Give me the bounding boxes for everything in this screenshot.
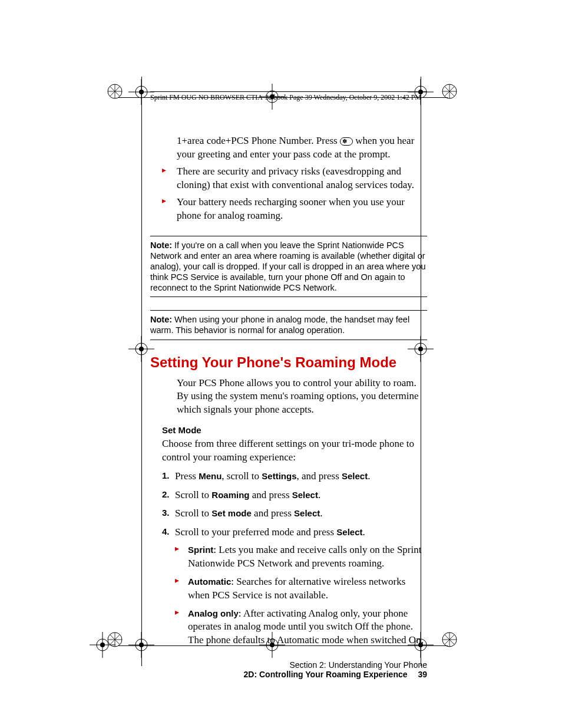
note-label: Note: — [150, 241, 172, 250]
text-fragment: , and press — [297, 470, 342, 482]
text-fragment: and press — [250, 489, 292, 500]
mode-name: Analog only — [188, 608, 239, 618]
note-box: Note: When using your phone in analog mo… — [150, 310, 427, 340]
text-fragment: . — [318, 489, 320, 500]
text-fragment: . — [320, 508, 322, 519]
ui-label: Roaming — [211, 490, 249, 500]
page-number: 39 — [418, 670, 427, 679]
step-item: 3. Scroll to Set mode and press Select. — [162, 506, 427, 521]
sub-intro: Choose from three different settings on … — [162, 437, 427, 465]
section-heading: Setting Your Phone's Roaming Mode — [150, 354, 427, 371]
ui-label: Select — [342, 471, 368, 481]
section-intro: Your PCS Phone allows you to control you… — [177, 377, 427, 417]
text-fragment: , scroll to — [222, 470, 262, 482]
mode-item: Analog only: After activating Analog onl… — [175, 607, 427, 648]
step-item: 4. Scroll to your preferred mode and pre… — [162, 525, 427, 647]
ui-label: Menu — [199, 471, 222, 481]
ui-label: Select — [292, 490, 318, 500]
note-box: Note: If you're on a call when you leave… — [150, 236, 427, 298]
mode-item: Automatic: Searches for alternative wire… — [175, 575, 427, 602]
note-text: If you're on a call when you leave the S… — [150, 241, 426, 293]
page-footer: Section 2: Understanding Your Phone 2D: … — [150, 660, 427, 679]
mode-name: Automatic — [188, 577, 231, 587]
phone-key-talk-icon: ✽ — [340, 137, 353, 146]
step-number: 1. — [162, 469, 170, 482]
text-fragment: . — [362, 526, 365, 538]
step-number: 3. — [162, 506, 170, 519]
step-number: 2. — [162, 488, 170, 501]
continuation-paragraph: 1+area code+PCS Phone Number. Press ✽ wh… — [177, 134, 427, 162]
text-fragment: Scroll to your preferred mode and press — [175, 526, 336, 538]
crop-guide — [141, 77, 142, 666]
mode-item: Sprint: Lets you make and receive calls … — [175, 543, 427, 571]
text-fragment: Scroll to — [175, 508, 211, 519]
ui-label: Select — [294, 508, 320, 518]
step-number: 4. — [162, 525, 170, 538]
text-fragment: and press — [252, 508, 294, 519]
ui-label: Select — [336, 527, 362, 537]
note-text: When using your phone in analog mode, th… — [150, 315, 409, 335]
step-item: 2. Scroll to Roaming and press Select. — [162, 488, 427, 503]
running-header: Sprint FM OUG NO BROWSER CTIA-3a.book Pa… — [150, 91, 427, 102]
text-fragment: Press — [175, 470, 199, 482]
list-item: There are security and privacy risks (ea… — [162, 165, 427, 192]
mode-name: Sprint — [188, 545, 213, 555]
sub-heading: Set Mode — [162, 425, 427, 435]
registration-mark-icon — [90, 632, 115, 658]
footer-section-line: Section 2: Understanding Your Phone — [150, 660, 427, 670]
ui-label: Set mode — [211, 508, 252, 518]
note-label: Note: — [150, 315, 172, 324]
text-fragment: Scroll to — [175, 489, 211, 500]
mode-desc: : Lets you make and receive calls only o… — [188, 544, 421, 569]
footer-chapter-line: 2D: Controlling Your Roaming Experience — [244, 670, 408, 679]
ui-label: Settings — [262, 471, 296, 481]
list-item: Your battery needs recharging sooner whe… — [162, 196, 427, 223]
text-fragment: 1+area code+PCS Phone Number. Press — [177, 135, 340, 146]
text-fragment: . — [368, 470, 370, 482]
step-item: 1. Press Menu, scroll to Settings, and p… — [162, 469, 427, 484]
